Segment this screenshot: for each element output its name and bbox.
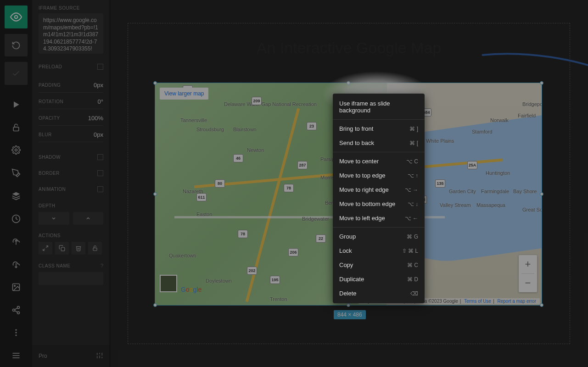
- terms-link[interactable]: Terms of Use: [464, 299, 491, 304]
- context-menu-item[interactable]: Lock⇧ ⌘ L: [333, 244, 425, 258]
- opacity-value[interactable]: 100%: [88, 115, 103, 122]
- layers-button[interactable]: [5, 184, 28, 207]
- context-menu-item[interactable]: Move to center⌥ C: [333, 154, 425, 168]
- undo-button[interactable]: [5, 34, 28, 57]
- context-menu-item[interactable]: Use iframe as slide background: [333, 96, 425, 117]
- depth-up-button[interactable]: [73, 212, 104, 225]
- iframe-source-input[interactable]: https://www.google.com/maps/embed?pb=!1m…: [39, 13, 103, 54]
- context-menu-item[interactable]: Move to bottom edge⌥ ↓: [333, 197, 425, 211]
- city-label: Massapequa: [476, 202, 505, 208]
- view-larger-map-link[interactable]: View larger map: [160, 88, 208, 100]
- shadow-label: SHADOW: [39, 155, 61, 160]
- report-error-link[interactable]: Report a map error: [498, 299, 536, 304]
- animation-checkbox[interactable]: [97, 186, 103, 192]
- google-logo: Google: [181, 286, 202, 293]
- svg-rect-2: [13, 127, 19, 131]
- resize-handle[interactable]: [540, 192, 543, 196]
- rotation-label: ROTATION: [39, 99, 63, 104]
- city-label: Valley Stream: [440, 202, 471, 208]
- classname-help-icon[interactable]: ?: [101, 263, 103, 268]
- zoom-out-button[interactable]: −: [519, 274, 537, 292]
- route-shield: 135: [435, 179, 445, 188]
- preview-button[interactable]: [5, 6, 28, 28]
- context-menu: Use iframe as slide backgroundBring to f…: [333, 94, 425, 303]
- share-button[interactable]: [5, 299, 28, 322]
- city-label: Delaware Water Gap National Recreation: [224, 101, 317, 107]
- redo-button[interactable]: [5, 62, 28, 85]
- resize-handle[interactable]: [347, 303, 350, 307]
- city-label: White Plains: [426, 138, 454, 144]
- context-menu-item[interactable]: Move to right edge⌥ →: [333, 183, 425, 197]
- route-shield: 78: [238, 230, 248, 238]
- city-label: Bay Shore: [513, 189, 537, 194]
- settings-button[interactable]: [5, 139, 28, 162]
- context-menu-item[interactable]: Group⌘ G: [333, 229, 425, 244]
- download-button[interactable]: [5, 253, 28, 276]
- depth-down-button[interactable]: [39, 212, 69, 225]
- map-thumbnail[interactable]: [160, 275, 177, 292]
- context-menu-item[interactable]: Duplicate⌘ D: [333, 272, 425, 286]
- duplicate-button[interactable]: [55, 242, 69, 255]
- slide-title[interactable]: An Interactive Google Map: [128, 39, 570, 57]
- svg-rect-24: [93, 248, 97, 250]
- style-button[interactable]: [5, 161, 28, 184]
- route-shield: 287: [297, 161, 308, 169]
- route-shield: 78: [284, 184, 294, 192]
- city-label: Trenton: [270, 296, 287, 302]
- more-button[interactable]: [5, 321, 28, 344]
- svg-line-22: [43, 249, 45, 250]
- animation-label: ANIMATION: [39, 187, 66, 192]
- resize-handle[interactable]: [540, 81, 543, 85]
- city-label: Stroudsburg: [196, 127, 224, 132]
- context-menu-item[interactable]: Copy⌘ C: [333, 258, 425, 272]
- blur-value[interactable]: 0px: [94, 131, 103, 138]
- route-shield: 23: [307, 122, 317, 130]
- city-label: Easton: [196, 211, 212, 217]
- iframe-source-label: IFRAME SOURCE: [39, 6, 103, 11]
- context-menu-item[interactable]: Move to top edge⌥ ↑: [333, 168, 425, 183]
- zoom-control: + −: [519, 255, 537, 292]
- padding-label: PADDING: [39, 83, 61, 88]
- play-button[interactable]: [5, 93, 28, 116]
- preload-label: PRELOAD: [39, 64, 62, 69]
- preload-checkbox[interactable]: [97, 64, 103, 70]
- resize-handle[interactable]: [153, 81, 157, 85]
- expand-button[interactable]: [39, 242, 52, 255]
- context-menu-item[interactable]: Send to back⌘ [: [333, 136, 425, 150]
- equalizer-icon[interactable]: [96, 352, 103, 361]
- padding-value[interactable]: 0px: [94, 82, 103, 89]
- context-menu-item[interactable]: Move to left edge⌥ ←: [333, 211, 425, 225]
- resize-handle[interactable]: [153, 192, 157, 196]
- depth-label: DEPTH: [39, 203, 103, 208]
- rotation-value[interactable]: 0°: [98, 98, 103, 105]
- context-menu-item[interactable]: Delete⌫: [333, 286, 425, 300]
- border-checkbox[interactable]: [97, 170, 103, 176]
- footer-pro-label[interactable]: Pro: [39, 353, 47, 359]
- city-label: Doylestown: [206, 278, 232, 284]
- upload-button[interactable]: [5, 230, 28, 253]
- city-label: Blairstown: [233, 127, 257, 132]
- svg-marker-4: [12, 192, 20, 196]
- svg-point-16: [15, 332, 17, 334]
- history-button[interactable]: [5, 207, 28, 230]
- media-button[interactable]: [5, 276, 28, 299]
- delete-button[interactable]: [72, 242, 85, 255]
- classname-input[interactable]: [39, 272, 103, 285]
- zoom-in-button[interactable]: +: [519, 255, 537, 273]
- city-label: Farmingdale: [481, 189, 509, 194]
- resize-handle[interactable]: [153, 303, 157, 307]
- city-label: Tannersville: [180, 117, 207, 123]
- context-menu-item[interactable]: Bring to front⌘ ]: [333, 122, 425, 136]
- route-shield: 195: [270, 276, 280, 284]
- selection-size-badge: 844 × 486: [334, 310, 366, 319]
- opacity-label: OPACITY: [39, 116, 60, 121]
- svg-point-11: [13, 309, 15, 311]
- lock-button[interactable]: [5, 116, 28, 139]
- menu-button[interactable]: [5, 344, 28, 367]
- svg-point-17: [15, 334, 17, 336]
- lock-action-button[interactable]: [88, 242, 102, 255]
- properties-panel: IFRAME SOURCE https://www.google.com/map…: [32, 0, 110, 367]
- shadow-checkbox[interactable]: [97, 154, 103, 160]
- resize-handle[interactable]: [540, 303, 543, 307]
- border-label: BORDER: [39, 171, 60, 176]
